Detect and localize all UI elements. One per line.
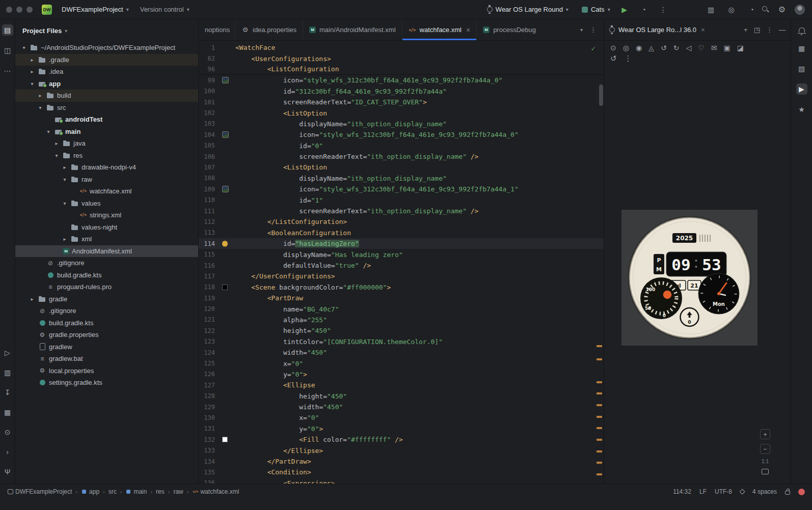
code-line-125[interactable]: 125 x="0" bbox=[199, 358, 604, 369]
device-explorer-icon[interactable]: ▥ bbox=[2, 367, 13, 378]
version-control-button[interactable]: Version control bbox=[136, 4, 194, 15]
code-line-134[interactable]: 134 </PartDraw> bbox=[199, 456, 604, 467]
chevron-closed-icon[interactable]: ▸ bbox=[37, 93, 44, 98]
tree-item-androidmanifest.xml[interactable]: MAndroidManifest.xml bbox=[15, 245, 198, 258]
rotate-left-icon[interactable]: ↺ bbox=[661, 44, 667, 51]
warning-stripe-mark[interactable] bbox=[597, 358, 602, 360]
chevron-open-icon[interactable]: ▾ bbox=[29, 81, 36, 87]
close-window-button[interactable] bbox=[6, 7, 12, 13]
tree-item-build.gradle.kts[interactable]: build.gradle.kts bbox=[15, 317, 198, 329]
version-control-icon[interactable]: Ψ bbox=[2, 466, 13, 477]
tab-options-icon[interactable] bbox=[590, 26, 597, 34]
chevron-open-icon[interactable]: ▾ bbox=[45, 129, 52, 134]
heart-icon[interactable]: ♡ bbox=[698, 44, 705, 51]
code-line-122[interactable]: 122 height="450" bbox=[199, 325, 604, 336]
code-line-131[interactable]: 131 y="0"> bbox=[199, 423, 604, 434]
hide-panel-icon[interactable]: — bbox=[779, 26, 786, 33]
code-line-121[interactable]: 121 alpha="255" bbox=[199, 315, 604, 325]
warning-stripe-mark[interactable] bbox=[597, 427, 602, 429]
code-line-100[interactable]: 100 id="312c30bf_f64a_461e_9c93_992f2fb7… bbox=[199, 86, 604, 97]
add-device-tab-icon[interactable]: + bbox=[744, 26, 748, 33]
chevron-open-icon[interactable]: ▾ bbox=[53, 153, 60, 158]
zoom-window-button[interactable] bbox=[26, 7, 33, 13]
chevron-closed-icon[interactable]: ▸ bbox=[61, 164, 68, 170]
code-line-118[interactable]: 118 <Scene backgroundColor="#ff000000"> bbox=[199, 282, 604, 293]
tree-item-gradle.properties[interactable]: ⚙gradle.properties bbox=[15, 329, 198, 341]
tree-item-build[interactable]: ▸build bbox=[15, 90, 198, 102]
close-tab-icon[interactable]: × bbox=[466, 26, 470, 34]
tab-idea.properties[interactable]: ⚙idea.properties bbox=[235, 19, 303, 40]
code-line-126[interactable]: 126 y="0"> bbox=[199, 369, 604, 380]
caret-position[interactable]: 114:32 bbox=[673, 488, 691, 495]
code-line-105[interactable]: 105 id="0" bbox=[199, 140, 604, 151]
warning-stripe-mark[interactable] bbox=[597, 450, 602, 452]
chevron-open-icon[interactable]: ▾ bbox=[61, 201, 68, 206]
tree-item-java[interactable]: ▸java bbox=[15, 137, 198, 150]
error-indicator-icon[interactable] bbox=[798, 489, 805, 495]
code-line-113[interactable]: 113 <BooleanConfiguration bbox=[199, 228, 604, 238]
tree-item-.idea[interactable]: ▸.idea bbox=[15, 66, 198, 78]
minimize-window-button[interactable] bbox=[16, 7, 22, 13]
problems-icon[interactable]: ⊙ bbox=[2, 427, 13, 438]
rotate-right-icon[interactable]: ↻ bbox=[673, 44, 680, 51]
warning-stripe-mark[interactable] bbox=[597, 381, 602, 383]
code-line-110[interactable]: 110 id="1" bbox=[199, 194, 604, 205]
tilt-icon[interactable]: ◬ bbox=[648, 44, 654, 51]
tree-item-watchface.xml[interactable]: </>watchface.xml bbox=[15, 185, 198, 197]
tree-item-values[interactable]: ▾values bbox=[15, 197, 198, 210]
code-line-102[interactable]: 102 <ListOption bbox=[199, 107, 604, 118]
more-tool-windows-icon[interactable]: ⋯ bbox=[2, 65, 13, 76]
breadcrumb-item-res[interactable]: res bbox=[156, 488, 165, 495]
reset-view-icon[interactable]: ↺ bbox=[610, 54, 617, 62]
chevron-open-icon[interactable]: ▾ bbox=[37, 105, 44, 110]
line-ending-indicator[interactable]: LF bbox=[699, 488, 707, 495]
code-line-124[interactable]: 124 width="450" bbox=[199, 347, 604, 358]
tree-item-main[interactable]: ▾main bbox=[15, 126, 198, 138]
chevron-closed-icon[interactable]: ▸ bbox=[61, 236, 68, 242]
code-line-135[interactable]: 135 <Condition> bbox=[199, 467, 604, 477]
code-line-127[interactable]: 127 <Ellipse bbox=[199, 380, 604, 390]
open-in-window-icon[interactable]: ◳ bbox=[754, 26, 760, 33]
code-line-136[interactable]: 136 <Expressions> bbox=[199, 478, 604, 484]
breadcrumb-item-src[interactable]: src bbox=[109, 488, 117, 495]
tree-item--androidstudioprojects-dwfexampleproject[interactable]: ▾~/AndroidStudioProjects/DWFExampleProje… bbox=[15, 42, 198, 54]
profiler-icon[interactable]: ◔ bbox=[746, 4, 757, 15]
tree-item-gradle[interactable]: ▸gradle bbox=[15, 293, 198, 305]
warning-stripe-mark[interactable] bbox=[597, 416, 602, 418]
code-line-119[interactable]: 119 <PartDraw bbox=[199, 293, 604, 303]
tab-processdebug[interactable]: MprocessDebug bbox=[477, 19, 536, 40]
tree-item-local.properties[interactable]: ⚙local.properties bbox=[15, 365, 198, 377]
warning-stripe-mark[interactable] bbox=[597, 439, 602, 441]
gemini-icon[interactable]: ★ bbox=[796, 104, 807, 115]
code-line-111[interactable]: 111 screenReaderText="ith_option_display… bbox=[199, 206, 604, 216]
code-line-103[interactable]: 103 displayName="ith_option_display_name… bbox=[199, 119, 604, 129]
chevron-open-icon[interactable]: ▾ bbox=[61, 177, 68, 182]
project-menu-button[interactable]: DWFExampleProject bbox=[57, 4, 133, 15]
code-line-1[interactable]: 1<WatchFace bbox=[199, 42, 604, 53]
more-run-options-icon[interactable]: ⋮ bbox=[658, 4, 669, 15]
tree-item-drawable-nodpi-v4[interactable]: ▸drawable-nodpi-v4 bbox=[15, 161, 198, 174]
code-line-101[interactable]: 101 screenReaderText="ID_CAT_STEP_OVER"> bbox=[199, 97, 604, 107]
warning-stripe-mark[interactable] bbox=[597, 473, 602, 475]
project-tool-icon[interactable]: ▤ bbox=[2, 24, 13, 36]
code-line-109[interactable]: 109 icon="style_wfs_312c30bf_f64a_461e_9… bbox=[199, 184, 604, 194]
inspection-ok-icon[interactable] bbox=[591, 44, 596, 52]
tree-item-gradlew.bat[interactable]: ≡gradlew.bat bbox=[15, 353, 198, 365]
run-tool-icon[interactable]: ▷ bbox=[2, 347, 13, 358]
run-button[interactable]: ▶ bbox=[619, 4, 630, 15]
device-tab[interactable]: Wear OS Large Ro...l 36.0 × bbox=[609, 26, 705, 34]
warning-stripe-mark[interactable] bbox=[597, 404, 602, 406]
project-panel-header[interactable]: Project Files bbox=[15, 19, 198, 42]
breadcrumb-item-watchface.xml[interactable]: </>watchface.xml bbox=[192, 488, 239, 495]
breadcrumb-item-raw[interactable]: raw bbox=[173, 488, 183, 495]
tree-item-proguard-rules.pro[interactable]: ≡proguard-rules.pro bbox=[15, 281, 198, 293]
tree-item-.gradle[interactable]: ▸.gradle bbox=[15, 54, 198, 66]
chevron-closed-icon[interactable]: ▸ bbox=[29, 296, 36, 302]
warning-stripe-mark[interactable] bbox=[597, 462, 602, 464]
settings-gear-icon[interactable] bbox=[778, 6, 786, 14]
sdk-download-icon[interactable]: ↧ bbox=[2, 387, 13, 398]
notifications-icon[interactable] bbox=[799, 27, 805, 33]
code-line-115[interactable]: 115 displayName="Has leading zero" bbox=[199, 249, 604, 260]
tree-item-strings.xml[interactable]: </>strings.xml bbox=[15, 209, 198, 221]
code-line-62[interactable]: 62 <UserConfigurations> bbox=[199, 53, 604, 64]
